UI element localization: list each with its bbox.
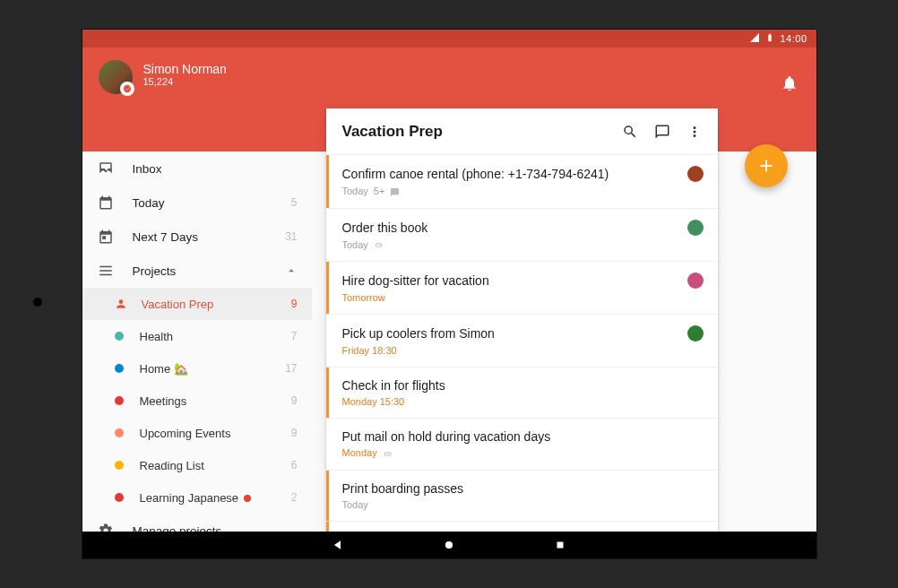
statusbar: 14:00 (82, 30, 816, 48)
search-icon (622, 124, 638, 140)
assignee-avatar (687, 220, 704, 236)
task-item[interactable]: Confirm canoe rental (phone: +1-734-794-… (326, 155, 718, 209)
project-count: 2 (291, 491, 298, 504)
gear-icon (97, 522, 115, 532)
nav-projects[interactable]: Projects (82, 254, 312, 288)
device-frame: 14:00 Simon Norman 15,224 (82, 30, 816, 558)
android-navbar (82, 532, 816, 558)
task-meta: Monday 15:30 (342, 396, 405, 407)
avatar[interactable] (99, 60, 133, 94)
task-item[interactable]: Put mail on hold during vacation daysMon… (326, 419, 718, 471)
overflow-button[interactable] (678, 116, 711, 148)
task-extra: 5+ (374, 186, 385, 196)
battery-icon (765, 31, 774, 46)
task-title: Hire dog-sitter for vacation (342, 273, 680, 288)
nav-manage-projects[interactable]: Manage projects (82, 514, 312, 532)
nav-recent-icon[interactable] (554, 539, 566, 551)
nav-today[interactable]: Today 5 (82, 186, 312, 220)
task-title: Order this book (342, 220, 680, 235)
screen: Simon Norman 15,224 Inbox (82, 48, 816, 532)
project-color-dot (115, 428, 124, 437)
sidebar-project-item[interactable]: Learning Japanese2 (82, 481, 312, 514)
task-panel-title: Vacation Prep (342, 123, 614, 141)
comment-icon (654, 124, 670, 140)
task-item[interactable]: Check in for flightsMonday 15:30 (326, 368, 718, 419)
sidebar-project-item[interactable]: Upcoming Events9 (82, 417, 312, 449)
add-task-fab[interactable] (745, 144, 788, 187)
chevron-up-icon (285, 264, 298, 277)
project-color-dot (115, 364, 124, 373)
projects-list: Vacation Prep9Health7Home 🏡17Meetings9Up… (82, 288, 312, 514)
task-meta: Friday 18:30 (342, 345, 397, 356)
priority-accent (326, 155, 329, 208)
avatar-brand-badge (120, 82, 134, 96)
project-count: 7 (291, 330, 298, 342)
task-item[interactable]: Order this bookToday (326, 209, 718, 263)
assignee-avatar (687, 325, 704, 342)
nav-back-icon[interactable] (332, 539, 344, 551)
sidebar-project-item[interactable]: Health7 (82, 320, 312, 352)
nav-next7[interactable]: Next 7 Days 31 (82, 220, 312, 254)
project-label: Reading List (140, 459, 291, 472)
task-meta: Today (342, 239, 368, 250)
priority-accent (326, 262, 329, 314)
sidebar-project-item[interactable]: Meetings9 (82, 385, 312, 417)
task-list: Confirm canoe rental (phone: +1-734-794-… (326, 155, 718, 532)
signal-icon (749, 32, 760, 45)
link-icon (374, 239, 384, 251)
project-label: Vacation Prep (142, 298, 291, 311)
calendar-today-icon (97, 194, 115, 212)
project-count: 9 (291, 394, 298, 407)
assignee-avatar (687, 166, 704, 182)
plus-icon (756, 156, 776, 176)
comment-icon (390, 186, 400, 197)
project-color-dot (115, 493, 124, 502)
task-title: Check in for flights (342, 378, 704, 393)
task-panel-header: Vacation Prep (326, 108, 718, 155)
nav-next7-label: Next 7 Days (133, 230, 286, 244)
project-count: 9 (291, 298, 298, 310)
user-score: 15,224 (143, 76, 227, 87)
nav-inbox-label: Inbox (133, 162, 298, 176)
inbox-icon (97, 160, 115, 177)
project-label: Health (140, 330, 291, 343)
project-count: 6 (291, 459, 298, 471)
priority-accent (326, 471, 329, 521)
sidebar-project-item[interactable]: Vacation Prep9 (82, 288, 312, 320)
task-panel: Vacation Prep Confirm canoe rental (phon… (326, 108, 718, 532)
task-meta: Monday (342, 447, 377, 458)
nav-home-icon[interactable] (443, 539, 455, 551)
task-title: Print boarding passes (342, 481, 704, 496)
notifications-icon[interactable] (781, 74, 799, 92)
calendar-week-icon (97, 228, 115, 246)
nav-inbox[interactable]: Inbox (82, 151, 312, 186)
task-item[interactable]: Drop off the dog @ sitterToday 9:00 (326, 522, 718, 532)
project-color-dot (115, 332, 124, 341)
decorative-dot (33, 298, 42, 307)
sidebar-project-item[interactable]: Reading List6 (82, 449, 312, 481)
search-button[interactable] (614, 116, 646, 148)
task-item[interactable]: Print boarding passesToday (326, 471, 718, 522)
priority-accent (326, 522, 329, 532)
status-time: 14:00 (780, 33, 807, 44)
project-label: Home 🏡 (140, 362, 286, 376)
task-meta: Today (342, 186, 368, 196)
assignee-avatar (687, 272, 704, 289)
task-item[interactable]: Pick up coolers from SimonFriday 18:30 (326, 315, 718, 368)
nav-manage-label: Manage projects (133, 524, 298, 532)
task-meta: Today (342, 499, 368, 510)
sidebar-project-item[interactable]: Home 🏡17 (82, 352, 312, 385)
task-title: Put mail on hold during vacation days (342, 429, 704, 444)
task-item[interactable]: Hire dog-sitter for vacationTomorrow (326, 262, 718, 315)
project-count: 17 (285, 362, 297, 375)
nav-today-label: Today (133, 196, 291, 210)
projects-icon (97, 262, 115, 280)
person-icon (115, 298, 127, 310)
project-count: 9 (291, 427, 298, 439)
comments-button[interactable] (646, 116, 678, 148)
project-label: Meetings (140, 394, 291, 408)
project-color-dot (115, 396, 124, 405)
jp-flag-dot (244, 495, 251, 502)
task-title: Confirm canoe rental (phone: +1-734-794-… (342, 167, 680, 181)
more-vert-icon (686, 124, 703, 140)
